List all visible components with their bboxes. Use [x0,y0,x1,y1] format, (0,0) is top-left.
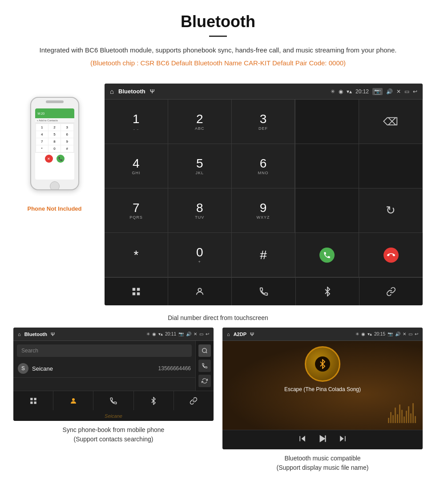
refresh-icon-btn[interactable] [198,375,211,387]
play-pause-btn[interactable] [318,434,327,446]
watermark-text: Seicane [105,413,122,419]
pb-location-icon: ◉ [152,332,156,336]
camera-icon[interactable]: 📷 [372,88,383,95]
dialer-key-8[interactable]: 8 TUV [168,188,232,233]
eq-bar-13 [415,416,416,423]
close-icon[interactable]: ✕ [396,88,401,95]
window-icon[interactable]: ▭ [404,88,409,95]
dialer-bt-btn[interactable] [296,278,359,305]
search-icon-btn[interactable] [198,344,211,357]
dialer-key-star[interactable]: * [105,233,168,277]
page-header: Bluetooth Integrated with BC6 Bluetooth … [0,0,436,76]
music-topbar-title: A2DP [234,332,246,337]
dialer-key-3[interactable]: 3 DEF [232,100,295,144]
svg-marker-17 [340,436,343,441]
phonebook-side-controls [195,341,214,391]
phone-key-3: 3 [61,124,73,131]
phone-key-8: 8 [48,138,61,145]
dialer-call-btn[interactable] [295,233,359,277]
svg-point-12 [72,398,75,401]
dialer-delete-btn[interactable]: ⌫ [359,100,423,144]
phonebook-screen: ⌂ Bluetooth Ψ ✳ ◉ ▾▴ 20:11 📷 🔊 ✕ ▭ ↩ [13,328,214,421]
next-btn[interactable] [338,434,347,445]
dialer-grid-btn[interactable] [105,278,168,305]
dialer-refresh-btn[interactable]: ↻ [359,188,423,233]
music-camera-icon[interactable]: 📷 [388,332,393,336]
phone-home-button [50,181,60,190]
header-specs: (Bluetooth chip : CSR BC6 Default Blueto… [27,59,409,67]
music-window-icon[interactable]: ▭ [408,332,412,336]
pb-grid-btn[interactable] [13,391,53,410]
dialer-end-call-btn[interactable] [359,233,423,277]
phone-key-5: 5 [48,131,61,138]
pb-window-icon[interactable]: ▭ [199,332,203,336]
pb-camera-icon[interactable]: 📷 [178,332,184,336]
dialer-key-7[interactable]: 7 PQRS [105,188,168,233]
pb-usb-icon: Ψ [51,332,55,337]
phone-key-0: 0 [48,145,61,152]
refresh-icon: ↻ [386,204,396,217]
pb-wifi-icon: ▾▴ [158,332,163,336]
pb-close-icon[interactable]: ✕ [194,332,197,336]
pb-bt-btn[interactable] [134,391,174,410]
pb-link-btn[interactable] [174,391,214,410]
music-screen-block: ⌂ A2DP Ψ ✳ ◉ ▾▴ 20:15 📷 🔊 ✕ ▭ ↩ [222,328,423,472]
dialer-phone-btn[interactable] [232,278,295,305]
contact-avatar: S [18,363,28,374]
search-placeholder: Search [21,348,38,354]
dialer-key-0[interactable]: 0 + [168,233,232,277]
phone-icon-btn[interactable] [198,360,211,372]
clock-display: 20:12 [355,88,369,95]
dialer-link-btn[interactable] [359,278,423,305]
bt-status-icon: ✳ [331,88,335,95]
svg-rect-1 [133,288,135,291]
phonebook-content: Search S Seicane 13566664466 [13,341,214,391]
music-caption-line1: Bluetooth music compatible [284,455,360,462]
phonebook-screen-block: ⌂ Bluetooth Ψ ✳ ◉ ▾▴ 20:11 📷 🔊 ✕ ▭ ↩ [13,328,214,472]
svg-marker-13 [302,436,305,441]
song-title: Escape (The Pina Colada Song) [284,386,361,392]
pb-back-icon[interactable]: ↩ [206,332,209,336]
dialer-key-1[interactable]: 1 ـ ـ [105,100,168,144]
phone-call-row: ✕ 📞 [35,153,74,164]
page-title: Bluetooth [27,12,409,31]
eq-bar-6 [399,404,400,423]
eq-bar-9 [406,411,407,423]
phonebook-topbar: ⌂ Bluetooth Ψ ✳ ◉ ▾▴ 20:11 📷 🔊 ✕ ▭ ↩ [13,328,214,341]
music-close-icon[interactable]: ✕ [403,332,406,336]
dialer-key-6[interactable]: 6 MNO [232,144,295,188]
dialer-key-5[interactable]: 5 JKL [168,144,232,188]
music-back-icon[interactable]: ↩ [415,332,418,336]
eq-bar-10 [408,406,409,423]
phone-key-7: 7 [36,138,48,145]
svg-point-6 [202,348,206,352]
dialer-contacts-btn[interactable] [168,278,232,305]
pb-contacts-btn[interactable] [53,391,93,410]
music-volume-icon[interactable]: 🔊 [395,332,400,336]
pb-home-icon[interactable]: ⌂ [18,332,21,337]
phone-call-btn: 📞 [57,155,65,163]
pb-phone-btn[interactable] [93,391,133,410]
dialer-key-9[interactable]: 9 WXYZ [232,188,295,233]
topbar-title: Bluetooth [118,88,145,95]
contact-row[interactable]: S Seicane 13566664466 [13,360,195,378]
dialer-key-2[interactable]: 2 ABC [168,100,232,144]
home-icon[interactable]: ⌂ [110,88,114,95]
call-icon [319,248,335,263]
eq-bar-1 [388,418,389,423]
dialer-actions: ⌫ ↻ [295,100,423,277]
pb-volume-icon[interactable]: 🔊 [186,332,191,336]
music-home-icon[interactable]: ⌂ [227,332,230,337]
svg-rect-2 [137,288,140,291]
dialer-key-4[interactable]: 4 GHI [105,144,168,188]
phonebook-search-bar[interactable]: Search [17,344,192,357]
dialer-key-hash[interactable]: # [232,233,295,277]
topbar-left: ⌂ Bluetooth Ψ [110,88,155,95]
svg-marker-15 [320,435,326,443]
phonebook-list-area: Search S Seicane 13566664466 [13,341,195,391]
contact-number: 13566664466 [158,365,191,372]
volume-icon[interactable]: 🔊 [386,88,393,95]
back-icon[interactable]: ↩ [413,88,417,95]
prev-btn[interactable] [298,434,307,445]
phone-screen: M:20 + Add to Contacts 1 2 3 4 5 6 7 8 [35,108,74,180]
